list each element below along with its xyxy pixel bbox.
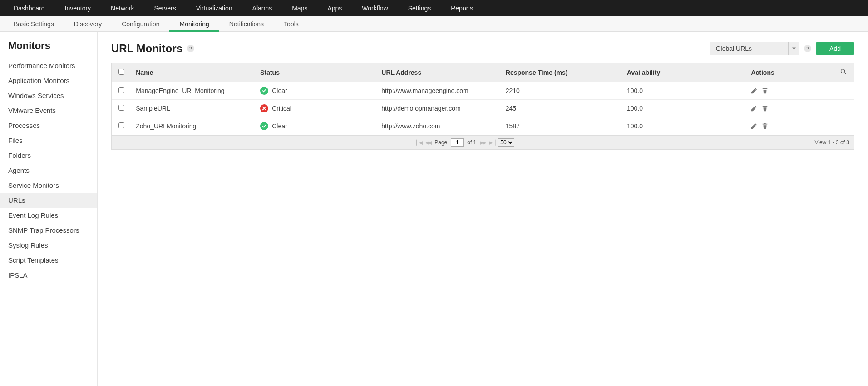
sidebar-item[interactable]: Service Monitors (0, 178, 97, 193)
sidebar-item[interactable]: Folders (0, 148, 97, 163)
top-nav-item[interactable]: Network (101, 0, 144, 16)
table-row: ManageEngine_URLMonitoringClearhttp://ww… (112, 82, 854, 100)
delete-icon[interactable] (762, 105, 768, 112)
top-nav-item[interactable]: Inventory (55, 0, 101, 16)
chevron-down-icon[interactable] (788, 42, 799, 55)
page-actions: Global URLs ? Add (710, 42, 854, 55)
sidebar: Monitors Performance MonitorsApplication… (0, 32, 98, 386)
cell-status: Clear (256, 117, 377, 135)
sub-nav-item[interactable]: Monitoring (169, 16, 219, 32)
top-nav-item[interactable]: Maps (282, 0, 317, 16)
sidebar-item[interactable]: Event Log Rules (0, 208, 97, 223)
column-header-response-time[interactable]: Response Time (ms) (501, 63, 622, 82)
cell-actions (746, 117, 833, 135)
sidebar-item[interactable]: URLs (0, 193, 97, 208)
sidebar-item[interactable]: Performance Monitors (0, 58, 97, 73)
delete-icon[interactable] (762, 88, 768, 94)
sidebar-item[interactable]: SNMP Trap Processors (0, 223, 97, 238)
row-checkbox[interactable] (118, 105, 124, 111)
page-title-wrap: URL Monitors ? (111, 42, 194, 55)
column-header-name[interactable]: Name (131, 63, 256, 82)
sidebar-item[interactable]: Windows Services (0, 88, 97, 103)
pager-of-label: of 1 (467, 139, 476, 146)
page-header: URL Monitors ? Global URLs ? Add (111, 42, 854, 55)
cell-actions (746, 100, 833, 117)
pager-page-size-select[interactable]: 50 (498, 138, 514, 147)
top-nav-item[interactable]: Settings (398, 0, 441, 16)
cell-response-time: 245 (501, 100, 622, 117)
column-header-actions: Actions (746, 63, 833, 82)
cell-availability: 100.0 (622, 100, 746, 117)
column-header-availability[interactable]: Availability (622, 63, 746, 82)
column-header-search (833, 63, 854, 82)
cell-status: Clear (256, 82, 377, 100)
help-icon[interactable]: ? (187, 45, 194, 52)
sub-nav-item[interactable]: Basic Settings (4, 16, 64, 32)
status-clear-icon (260, 122, 268, 130)
sidebar-item[interactable]: Agents (0, 163, 97, 178)
sidebar-item[interactable]: Syslog Rules (0, 238, 97, 253)
sidebar-item[interactable]: VMware Events (0, 103, 97, 118)
filter-dropdown[interactable]: Global URLs (710, 42, 799, 55)
sidebar-title: Monitors (0, 32, 97, 58)
sidebar-item[interactable]: Script Templates (0, 253, 97, 268)
top-nav-item[interactable]: Reports (441, 0, 483, 16)
page-title: URL Monitors (111, 42, 182, 55)
top-nav: DashboardInventoryNetworkServersVirtuali… (0, 0, 868, 16)
sub-nav-item[interactable]: Configuration (112, 16, 169, 32)
edit-icon[interactable] (751, 123, 757, 129)
add-button[interactable]: Add (816, 42, 854, 55)
cell-availability: 100.0 (622, 82, 746, 100)
top-nav-item[interactable]: Alarms (242, 0, 282, 16)
table-header-row: Name Status URL Address Response Time (m… (112, 63, 854, 82)
cell-actions (746, 82, 833, 100)
sub-nav-item[interactable]: Discovery (64, 16, 112, 32)
cell-url[interactable]: http://www.manageengine.com (377, 82, 501, 100)
top-nav-item[interactable]: Apps (317, 0, 352, 16)
select-all-checkbox[interactable] (118, 69, 124, 75)
select-all-header (112, 63, 131, 82)
cell-name[interactable]: SampleURL (131, 100, 256, 117)
cell-response-time: 1587 (501, 117, 622, 135)
pager-next-icon[interactable]: ▶▶ (480, 140, 485, 146)
status-label: Clear (272, 87, 287, 94)
cell-name[interactable]: ManageEngine_URLMonitoring (131, 82, 256, 100)
sidebar-item[interactable]: Application Monitors (0, 73, 97, 88)
sidebar-item[interactable]: IPSLA (0, 268, 97, 283)
sub-nav-item[interactable]: Notifications (219, 16, 274, 32)
status-label: Critical (272, 105, 291, 112)
cell-status: Critical (256, 100, 377, 117)
edit-icon[interactable] (751, 88, 757, 94)
delete-icon[interactable] (762, 123, 768, 129)
url-monitors-table: Name Status URL Address Response Time (m… (111, 63, 854, 150)
edit-icon[interactable] (751, 105, 757, 112)
pager-first-icon[interactable]: ▏◀ (416, 140, 422, 146)
top-nav-item[interactable]: Servers (144, 0, 186, 16)
cell-response-time: 2210 (501, 82, 622, 100)
row-checkbox[interactable] (118, 87, 124, 93)
status-clear-icon (260, 87, 268, 95)
table-row: Zoho_URLMonitoringClearhttp://www.zoho.c… (112, 117, 854, 135)
column-header-status[interactable]: Status (256, 63, 377, 82)
table-row: SampleURLCriticalhttp://demo.opmanager.c… (112, 100, 854, 117)
cell-name[interactable]: Zoho_URLMonitoring (131, 117, 256, 135)
search-icon[interactable] (840, 69, 847, 76)
pager-last-icon[interactable]: ▶▕ (489, 140, 494, 146)
top-nav-item[interactable]: Dashboard (4, 0, 55, 16)
top-nav-item[interactable]: Virtualization (186, 0, 242, 16)
main-content: URL Monitors ? Global URLs ? Add (98, 32, 868, 386)
top-nav-item[interactable]: Workflow (352, 0, 398, 16)
column-header-url[interactable]: URL Address (377, 63, 501, 82)
help-icon-small[interactable]: ? (804, 45, 811, 52)
sidebar-item[interactable]: Processes (0, 118, 97, 133)
pager-page-input[interactable] (451, 138, 464, 147)
table-pager: ▏◀ ◀◀ Page of 1 ▶▶ ▶▕ 50 View 1 - 3 of 3 (112, 135, 854, 149)
sidebar-item[interactable]: Files (0, 133, 97, 148)
cell-url[interactable]: http://www.zoho.com (377, 117, 501, 135)
pager-view-label: View 1 - 3 of 3 (814, 139, 849, 146)
pager-prev-icon[interactable]: ◀◀ (425, 140, 431, 146)
sub-nav-item[interactable]: Tools (274, 16, 309, 32)
row-checkbox[interactable] (118, 122, 124, 128)
status-critical-icon (260, 104, 268, 112)
cell-url[interactable]: http://demo.opmanager.com (377, 100, 501, 117)
